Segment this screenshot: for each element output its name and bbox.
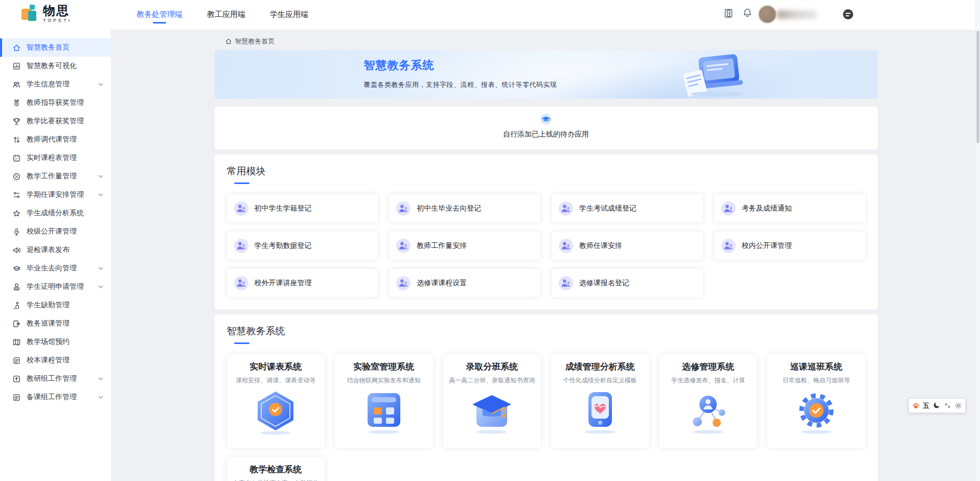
brand-logo[interactable]: 物思 TOPETI: [21, 4, 72, 24]
user-name-redacted: [777, 10, 817, 19]
calendar-icon: [12, 154, 21, 163]
sidebar-item-class-patrol[interactable]: 教务巡课管理: [0, 314, 111, 333]
system-card-admission-placement[interactable]: 录取分班系统 高一高二分班、录取通知书查询: [443, 354, 541, 448]
sidebar-item-research-group[interactable]: 教研组工作管理: [0, 370, 111, 388]
module-card[interactable]: 选修课课程设置: [389, 269, 540, 297]
sidebar-item-grade-analysis[interactable]: 学生成绩分析系统: [0, 204, 111, 222]
paw-prints-icon[interactable]: [944, 402, 951, 409]
home-icon: [225, 38, 232, 45]
map-icon: [12, 338, 21, 347]
grad-cap-illustration: [466, 389, 517, 435]
grad-cap-icon: [540, 113, 552, 125]
sidebar-item-lesson-prep-group[interactable]: 备课组工作管理: [0, 388, 111, 406]
common-modules-section: 常用模块 初中学生学籍登记 初中生毕业去向登记 学生考试成绩登记 考务及成绩: [215, 154, 878, 309]
users-icon: [12, 80, 21, 89]
collapse-menu-icon[interactable]: [843, 9, 853, 19]
module-card[interactable]: 学生考试成绩登记: [552, 194, 703, 222]
module-card[interactable]: 校外开课讲座管理: [227, 269, 378, 297]
module-card[interactable]: 选修课报名登记: [552, 269, 703, 297]
scrollbar-thumb[interactable]: [976, 31, 979, 143]
section-title-underline: [234, 342, 249, 344]
sidebar-item-inspection-timetable[interactable]: 迎检课表发布: [0, 241, 111, 259]
chevron-down-icon: [98, 173, 104, 179]
sidebar-item-semester-assignment[interactable]: 学期任课安排管理: [0, 186, 111, 204]
medal-icon: [12, 99, 21, 107]
trophy-icon: [12, 117, 21, 126]
section-title-smart-systems: 智慧教务系统: [227, 325, 865, 338]
window-grid-illustration: [358, 389, 409, 435]
banner-title: 智慧教务系统: [364, 58, 557, 73]
stamp-icon: [12, 283, 21, 291]
sliders-icon: [12, 191, 21, 199]
persons-icon: [721, 201, 736, 216]
sidebar-item-open-class[interactable]: 校级公开课管理: [0, 222, 111, 241]
sidebar-item-student-absence[interactable]: 学生缺勤管理: [0, 296, 111, 314]
module-label: 校内公开课管理: [742, 241, 792, 250]
wubi-char-button[interactable]: 五: [923, 402, 929, 409]
sidebar-item-venue-booking[interactable]: 教学场馆预约: [0, 333, 111, 351]
floating-extension-toolbar: 五: [908, 398, 966, 413]
system-card-realtime-timetable[interactable]: 实时课表系统 课程安排、调课、课表变动等: [227, 354, 325, 448]
health-device-illustration: [575, 389, 626, 435]
module-card[interactable]: 初中学生学籍登记: [227, 194, 378, 222]
scrollbar[interactable]: [975, 0, 980, 481]
module-label: 初中学生学籍登记: [255, 204, 312, 213]
system-card-electives[interactable]: 选修管理系统 学生选修发布、报名、计算: [659, 354, 758, 448]
sidebar-item-teaching-workload[interactable]: 教学工作量管理: [0, 167, 111, 186]
module-card[interactable]: 考务及成绩通知: [714, 194, 865, 222]
module-label: 初中生毕业去向登记: [417, 204, 481, 213]
speaker-icon: [12, 246, 21, 255]
todo-empty-card[interactable]: 自行添加已上线的待办应用: [215, 107, 878, 149]
grad-cap-icon: [12, 264, 21, 273]
module-card[interactable]: 学生考勤数据登记: [227, 232, 378, 260]
system-card-grade-analysis[interactable]: 成绩管理分析系统 个性化成绩分析自定义模板: [551, 354, 649, 448]
sidebar-item-realtime-timetable[interactable]: 实时课程表管理: [0, 149, 111, 167]
moon-icon[interactable]: [932, 402, 940, 409]
chevron-down-icon: [98, 284, 104, 290]
bell-icon[interactable]: [742, 8, 753, 18]
top-nav-tabs: 教务处管理端 教工应用端 学生应用端: [136, 0, 308, 30]
sidebar-item-teaching-contest-awards[interactable]: 教学比赛获奖管理: [0, 112, 111, 130]
paw-icon[interactable]: [912, 402, 920, 409]
sidebar-item-school-curriculum[interactable]: 校本课程管理: [0, 351, 111, 370]
systems-grid: 实时课表系统 课程安排、调课、课表变动等 实验室管理系统 结合物联网实验发布和通…: [227, 354, 865, 481]
system-card-laboratory[interactable]: 实验室管理系统 结合物联网实验发布和通知: [335, 354, 433, 448]
persons-icon: [234, 276, 249, 291]
smart-systems-section: 智慧教务系统 实时课表系统 课程安排、调课、课表变动等 实验室管理系统: [215, 314, 878, 481]
module-card[interactable]: 校内公开课管理: [714, 232, 865, 260]
brand-logo-icon: [21, 4, 39, 24]
tab-student-portal[interactable]: 学生应用端: [270, 7, 308, 24]
persons-icon: [396, 276, 411, 291]
module-card[interactable]: 初中生毕业去向登记: [389, 194, 540, 222]
persons-icon: [558, 201, 574, 216]
avatar[interactable]: [759, 6, 776, 23]
tab-staff-portal[interactable]: 教工应用端: [207, 7, 245, 24]
module-label: 教师工作量安排: [417, 241, 467, 250]
star-icon: [12, 209, 21, 218]
tab-admin-portal[interactable]: 教务处管理端: [136, 7, 183, 24]
badge-check-illustration: [791, 389, 842, 435]
percent-badge-icon: [12, 172, 21, 181]
document-icon: [12, 356, 21, 365]
module-card[interactable]: 教师工作量安排: [389, 232, 540, 260]
system-card-patrol[interactable]: 巡课巡班系统 日常巡检、晚自习巡班等: [767, 354, 865, 448]
sidebar-item-certificate-application[interactable]: 学生证明申请管理: [0, 278, 111, 296]
module-label: 学生考试成绩登记: [579, 204, 636, 213]
persons-icon: [721, 238, 736, 254]
module-label: 教师任课安排: [579, 241, 622, 250]
todo-empty-text: 自行添加已上线的待办应用: [215, 130, 878, 139]
gear-icon[interactable]: [954, 402, 962, 409]
sidebar-item-smart-edu-home[interactable]: 智慧教务首页: [0, 38, 111, 57]
sidebar-item-student-info[interactable]: 学生信息管理: [0, 75, 111, 94]
module-label: 考务及成绩通知: [742, 204, 792, 213]
system-card-teaching-inspection[interactable]: 教学检查系统 自定义各类检查内容，自动评分: [227, 457, 325, 481]
sidebar-item-graduate-destination[interactable]: 毕业生去向管理: [0, 259, 111, 278]
module-card[interactable]: 教师任课安排: [552, 232, 703, 260]
sidebar-item-visualization[interactable]: 智慧教务可视化: [0, 57, 111, 75]
module-label: 校外开课讲座管理: [255, 279, 312, 288]
sidebar-item-substitute-class[interactable]: 教师调代课管理: [0, 130, 111, 149]
persons-icon: [234, 238, 249, 254]
sidebar-item-teacher-guidance-awards[interactable]: 教师指导获奖管理: [0, 94, 111, 112]
breadcrumb[interactable]: 智慧教务首页: [215, 30, 878, 50]
exit-door-icon[interactable]: [723, 8, 734, 18]
